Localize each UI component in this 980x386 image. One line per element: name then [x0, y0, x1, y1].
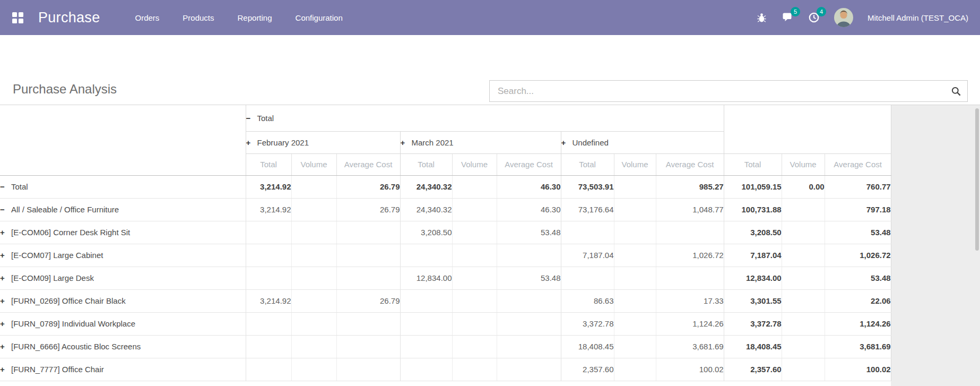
pivot-row-label: Total [11, 182, 28, 191]
purchase-analysis-page: Purchase OrdersProductsReportingConfigur… [0, 0, 980, 386]
pivot-measure-header[interactable]: Total [724, 153, 782, 175]
nav-menu-item-orders[interactable]: Orders [135, 13, 159, 22]
pivot-cell: 18,408.45 [724, 335, 782, 358]
nav-menu-item-products[interactable]: Products [183, 13, 214, 22]
pivot-cell [291, 175, 336, 198]
pivot-cell: 7,187.04 [561, 244, 614, 267]
pivot-cell: 24,340.32 [400, 198, 452, 221]
pivot-measure-header[interactable]: Volume [452, 153, 497, 175]
pivot-cell: 3,681.69 [656, 335, 724, 358]
pivot-cell: 53.48 [825, 221, 891, 244]
activities-button[interactable]: 4 [808, 11, 820, 24]
pivot-row-header[interactable]: −All / Saleable / Office Furniture [0, 198, 246, 221]
pivot-cell [246, 358, 291, 381]
pivot-row-header[interactable]: +[E-COM09] Large Desk [0, 267, 246, 289]
search-input[interactable] [490, 81, 967, 101]
pivot-cell [656, 221, 724, 244]
pivot-cell [656, 267, 724, 289]
pivot-cell: 86.63 [561, 289, 614, 312]
pivot-measure-header[interactable]: Total [246, 153, 291, 175]
search-icon[interactable] [951, 87, 961, 98]
pivot-cell: 24,340.32 [400, 175, 452, 198]
pivot-measure-header[interactable]: Volume [782, 153, 825, 175]
pivot-cell [452, 267, 497, 289]
nav-menu-item-configuration[interactable]: Configuration [296, 13, 343, 22]
pivot-cell: 17.33 [656, 289, 724, 312]
apps-menu-button[interactable] [11, 11, 24, 24]
nav-menu: OrdersProductsReportingConfiguration [135, 13, 342, 22]
pivot-cell [400, 289, 452, 312]
pivot-cell: 53.48 [825, 267, 891, 289]
search-box [489, 80, 968, 102]
pivot-row: −All / Saleable / Office Furniture3,214.… [0, 198, 891, 221]
user-menu[interactable]: Mitchell Admin (TEST_OCA) [868, 13, 968, 22]
pivot-content-area: −Total+February 2021+March 2021+Undefine… [0, 105, 980, 386]
pivot-cell [782, 221, 825, 244]
pivot-cell [497, 312, 561, 335]
pivot-body: −Total3,214.9226.7924,340.3246.3073,503.… [0, 175, 891, 381]
pivot-measure-header[interactable]: Volume [614, 153, 656, 175]
pivot-colgroup-label: February 2021 [257, 138, 309, 147]
pivot-cell [497, 335, 561, 358]
bug-icon [757, 13, 766, 23]
plus-toggle-icon: + [0, 228, 6, 237]
plus-toggle-icon: + [0, 251, 6, 260]
pivot-cell: 3,301.55 [724, 289, 782, 312]
pivot-cell: 3,214.92 [246, 175, 291, 198]
pivot-row-label: [FURN_0789] Individual Workplace [11, 319, 135, 328]
pivot-cell [782, 335, 825, 358]
pivot-cell: 2,357.60 [724, 358, 782, 381]
pivot-colgroup-header[interactable]: +March 2021 [400, 131, 561, 153]
pivot-cell [782, 312, 825, 335]
pivot-measure-header[interactable]: Average Cost [825, 153, 891, 175]
pivot-measure-header[interactable]: Average Cost [336, 153, 400, 175]
navbar-right: 5 4 Mitchell Admin (TEST_OCA) [756, 8, 980, 27]
pivot-cell [246, 244, 291, 267]
pivot-row-header[interactable]: +[E-COM07] Large Cabinet [0, 244, 246, 267]
avatar[interactable] [834, 8, 853, 27]
pivot-cell [246, 312, 291, 335]
pivot-cell [336, 244, 400, 267]
vertical-scrollbar[interactable] [975, 108, 979, 251]
pivot-measure-header[interactable]: Average Cost [656, 153, 724, 175]
pivot-cell [614, 244, 656, 267]
pivot-cell [291, 335, 336, 358]
pivot-cell [291, 358, 336, 381]
pivot-row-header[interactable]: +[FURN_0789] Individual Workplace [0, 312, 246, 335]
apps-grid-icon [12, 12, 24, 24]
pivot-row-header[interactable]: +[FURN_0269] Office Chair Black [0, 289, 246, 312]
pivot-colgroup-header[interactable]: +February 2021 [246, 131, 400, 153]
pivot-cell: 3,208.50 [724, 221, 782, 244]
pivot-cell [291, 267, 336, 289]
pivot-measure-header[interactable]: Total [561, 153, 614, 175]
pivot-row-header[interactable]: −Total [0, 175, 246, 198]
pivot-cell [291, 198, 336, 221]
pivot-row-header[interactable]: +[FURN_7777] Office Chair [0, 358, 246, 381]
pivot-colgroup-header[interactable]: +Undefined [561, 131, 724, 153]
pivot-cell: 3,372.78 [724, 312, 782, 335]
pivot-cell [614, 175, 656, 198]
activities-badge: 4 [817, 7, 826, 16]
pivot-cell: 53.48 [497, 221, 561, 244]
debug-bug-button[interactable] [756, 11, 768, 24]
pivot-cell [497, 244, 561, 267]
pivot-cell [614, 335, 656, 358]
messages-button[interactable]: 5 [782, 11, 794, 24]
app-brand[interactable]: Purchase [38, 10, 100, 26]
pivot-colgroup-label: Undefined [573, 138, 609, 147]
pivot-cell [291, 289, 336, 312]
pivot-cell: 46.30 [497, 198, 561, 221]
pivot-measure-header[interactable]: Total [400, 153, 452, 175]
nav-menu-item-reporting[interactable]: Reporting [238, 13, 272, 22]
pivot-measure-header[interactable]: Volume [291, 153, 336, 175]
top-navbar: Purchase OrdersProductsReportingConfigur… [0, 0, 980, 35]
pivot-cell [561, 267, 614, 289]
pivot-colgroup-header-total[interactable]: −Total [246, 105, 724, 131]
pivot-header: −Total+February 2021+March 2021+Undefine… [0, 105, 891, 175]
pivot-measure-header[interactable]: Average Cost [497, 153, 561, 175]
pivot-row-header[interactable]: +[E-COM06] Corner Desk Right Sit [0, 221, 246, 244]
pivot-row-label: [FURN_0269] Office Chair Black [11, 296, 126, 305]
pivot-cell [782, 267, 825, 289]
pivot-row-header[interactable]: +[FURN_6666] Acoustic Bloc Screens [0, 335, 246, 358]
pivot-cell [400, 244, 452, 267]
